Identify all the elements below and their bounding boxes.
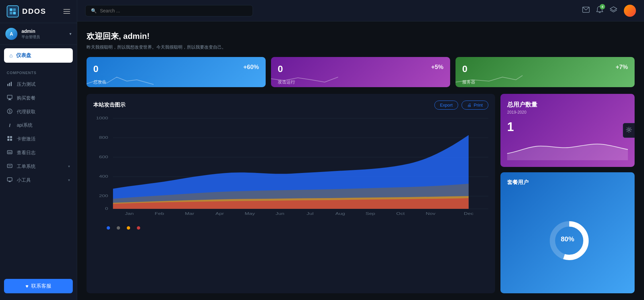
charts-row: 本站攻击图示 Export 🖨 Print: [87, 94, 635, 293]
users-card-subtitle: 2019-2020: [507, 110, 628, 115]
welcome-subtitle: 昨天我很聪明，所以我想改变世界。今天我很聪明，所以我要改变自己。: [87, 44, 635, 50]
svg-text:Jun: Jun: [276, 212, 284, 216]
svg-text:Nov: Nov: [426, 212, 435, 216]
chevron-right-icon-2: ▾: [68, 178, 70, 182]
svg-text:0: 0: [105, 206, 108, 211]
topbar-right: 4: [582, 5, 636, 17]
sidebar-item-card-activation[interactable]: 卡密激活: [0, 132, 77, 146]
layers-icon[interactable]: [610, 6, 617, 15]
export-label: Export: [440, 103, 453, 108]
notification-badge: 4: [600, 4, 605, 9]
order-system-label: 工单系统: [17, 164, 64, 170]
hamburger-button[interactable]: [63, 9, 70, 14]
stat-change-servers: +7%: [615, 64, 628, 71]
stat-card-total-attacks: 0 +60% 总攻击: [87, 57, 266, 87]
settings-button[interactable]: [623, 123, 635, 138]
packages-card: 套餐用户 80%: [500, 172, 635, 293]
api-system-label: api系统: [17, 122, 70, 128]
contact-support-button[interactable]: ♥ 联系客服: [4, 279, 73, 293]
tools-icon: [7, 177, 13, 183]
users-chart-area: [507, 137, 628, 160]
search-box[interactable]: 🔍: [85, 5, 253, 16]
svg-rect-13: [10, 136, 12, 138]
users-card: 总用户数量 2019-2020 1: [500, 94, 635, 167]
chevron-down-icon: ▾: [69, 32, 71, 36]
svg-rect-14: [7, 139, 9, 141]
svg-text:Apr: Apr: [215, 212, 224, 216]
sidebar-item-dashboard[interactable]: ⌂ 仪表盘: [4, 48, 73, 63]
get-proxy-label: 代理获取: [17, 109, 70, 115]
ticket-icon: [7, 163, 13, 170]
welcome-section: 欢迎回来, admin! 昨天我很聪明，所以我想改变世界。今天我很聪明，所以我要…: [87, 31, 635, 50]
keyboard-icon: [7, 149, 13, 156]
svg-rect-4: [7, 84, 8, 86]
user-info[interactable]: A admin 平台管理员 ▾: [0, 23, 77, 45]
chart-legend: [93, 224, 488, 230]
sidebar-item-buy-package[interactable]: 购买套餐: [0, 91, 77, 105]
search-input[interactable]: [100, 8, 247, 13]
sidebar-item-api-system[interactable]: I api系统: [0, 119, 77, 132]
svg-text:Jul: Jul: [307, 212, 314, 216]
heart-icon: ♥: [25, 283, 29, 289]
home-icon: ⌂: [9, 53, 13, 59]
svg-rect-9: [8, 100, 11, 100]
svg-rect-8: [9, 99, 11, 100]
user-role: 平台管理员: [21, 35, 65, 40]
email-icon[interactable]: [582, 7, 590, 14]
sidebar-item-tools[interactable]: 小工具 ▾: [0, 173, 77, 187]
sidebar-item-pressure-test[interactable]: 压力测试: [0, 77, 77, 91]
notification-icon[interactable]: 4: [596, 6, 603, 15]
svg-text:$: $: [9, 110, 11, 113]
print-button[interactable]: 🖨 Print: [462, 101, 488, 110]
svg-rect-24: [9, 181, 11, 182]
svg-rect-1: [13, 8, 16, 11]
svg-text:200: 200: [99, 194, 108, 198]
components-section-label: COMPONENTS: [0, 66, 77, 77]
attack-chart-card: 本站攻击图示 Export 🖨 Print: [87, 94, 495, 293]
stat-card-running-attacks: 0 +5% 攻击运行: [271, 57, 450, 87]
printer-icon: 🖨: [467, 103, 472, 108]
export-button[interactable]: Export: [434, 101, 459, 110]
logo-icon: [7, 5, 19, 17]
svg-rect-7: [7, 95, 12, 99]
sidebar-logo: DDOS: [0, 0, 77, 23]
svg-text:Aug: Aug: [335, 212, 345, 216]
svg-rect-16: [7, 151, 12, 154]
packages-title: 套餐用户: [507, 179, 628, 186]
card-activation-label: 卡密激活: [17, 136, 70, 142]
dashboard-label: 仪表盘: [16, 52, 31, 59]
bar-chart-icon: [7, 81, 13, 87]
print-label: Print: [474, 103, 483, 108]
svg-point-51: [628, 129, 630, 131]
svg-rect-3: [13, 12, 16, 14]
svg-text:Mar: Mar: [185, 212, 194, 216]
grid-icon: [7, 136, 13, 142]
api-icon: I: [7, 123, 13, 128]
stats-row: 0 +60% 总攻击 0 +5% 攻击运行: [87, 57, 635, 87]
chevron-right-icon: ▾: [68, 164, 70, 169]
svg-rect-19: [11, 152, 11, 152]
users-card-title: 总用户数量: [507, 101, 628, 109]
nav-items-container: 压力测试 购买套餐 $ 代理获取 I api系统: [0, 77, 77, 279]
monitor-icon: [7, 95, 13, 101]
svg-rect-17: [8, 152, 9, 152]
dollar-icon: $: [7, 109, 13, 115]
svg-text:May: May: [245, 212, 255, 216]
svg-rect-12: [7, 136, 9, 138]
user-name: admin: [21, 28, 65, 34]
buy-package-label: 购买套餐: [17, 95, 70, 101]
svg-text:400: 400: [99, 174, 108, 179]
right-panel: 总用户数量 2019-2020 1: [500, 94, 635, 293]
users-count: 1: [507, 120, 628, 134]
svg-text:1000: 1000: [96, 116, 108, 120]
donut-area: 80%: [507, 191, 628, 287]
topbar-avatar[interactable]: [624, 5, 636, 17]
sidebar-item-get-proxy[interactable]: $ 代理获取: [0, 105, 77, 119]
svg-text:Dec: Dec: [464, 212, 474, 216]
chart-area: 1000 800 600 400 200 0: [93, 115, 488, 287]
donut-percent: 80%: [561, 235, 574, 243]
sidebar-item-view-logs[interactable]: 查看日志: [0, 146, 77, 160]
view-logs-label: 查看日志: [17, 150, 70, 156]
sidebar-item-order-system[interactable]: 工单系统 ▾: [0, 160, 77, 173]
svg-text:600: 600: [99, 155, 108, 159]
